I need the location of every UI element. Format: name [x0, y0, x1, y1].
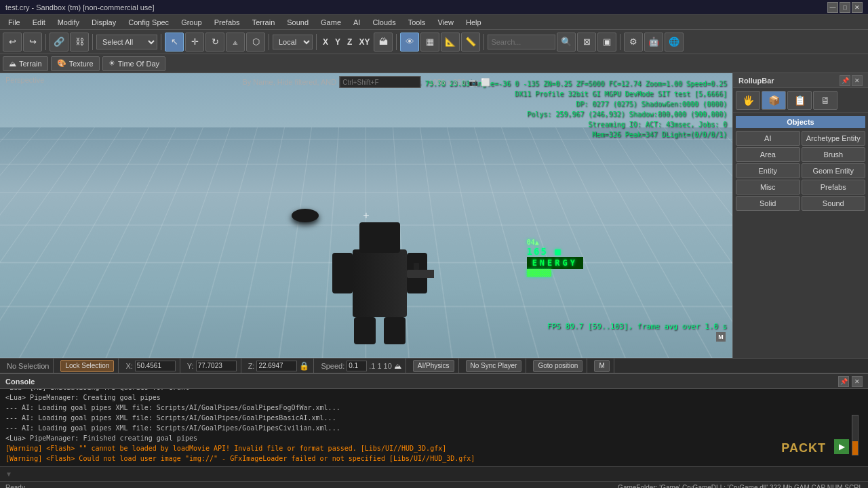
maximize-button[interactable]: □ [840, 2, 850, 13]
scene-object [292, 209, 319, 222]
x-coord-section: X: [121, 359, 180, 373]
rollupbar-title: RollupBar [738, 77, 837, 85]
speed-input[interactable] [347, 361, 367, 371]
terrain-follow-btn[interactable]: 🏔 [374, 33, 393, 52]
sun-icon: ☀ [108, 59, 115, 68]
rollupbar-header: RollupBar 📌 ✕ [733, 73, 868, 88]
obj-btn-area[interactable]: Area [736, 147, 800, 162]
scale-tool[interactable]: ⟁ [226, 33, 245, 52]
texture-icon: 🎨 [57, 59, 66, 68]
menu-item-modify[interactable]: Modify [52, 17, 85, 28]
expand-btn[interactable]: ⬜ [481, 78, 490, 87]
rb-tab-hand[interactable]: 🖐 [736, 91, 760, 110]
select-all-dropdown[interactable]: Select All [96, 35, 157, 49]
console-close-btn[interactable]: ✕ [852, 376, 863, 387]
viewport-label: Perspective [5, 76, 44, 84]
fps-display: FPS 89.7 [59..103], frame avg over 1.0 s [547, 322, 727, 331]
rb-tab-layers[interactable]: 📋 [787, 91, 812, 110]
redo-button[interactable]: ↪ [23, 33, 42, 52]
svg-rect-7 [414, 263, 419, 270]
menu-item-config-spec[interactable]: Config Spec [123, 17, 174, 28]
menu-item-view[interactable]: View [432, 17, 459, 28]
move-tool[interactable]: ✛ [185, 33, 204, 52]
console-pin-btn[interactable]: 📌 [838, 376, 849, 387]
menu-item-help[interactable]: Help [460, 17, 487, 28]
obj-btn-ai[interactable]: AI [736, 131, 800, 146]
speed-mid-btn[interactable]: 1 [377, 362, 381, 370]
menu-item-sound[interactable]: Sound [281, 17, 314, 28]
rollupbar-pin-btn[interactable]: 📌 [840, 75, 850, 86]
angle-btn[interactable]: 📐 [441, 33, 460, 52]
x-axis-label: X [320, 37, 331, 47]
search-button[interactable]: 🔍 [557, 33, 576, 52]
obj-btn-sound[interactable]: Sound [802, 196, 866, 211]
time-of-day-button[interactable]: ☀ Time Of Day [102, 56, 165, 71]
y-input[interactable] [196, 361, 237, 371]
titlebar: test.cry - Sandbox (tm) [non-commercial … [0, 0, 868, 15]
lock-section: Lock Selection [56, 359, 119, 373]
grid-btn[interactable]: ▦ [420, 33, 439, 52]
speed-inc-btn[interactable]: 10 [384, 362, 392, 370]
terrain-button[interactable]: ⛰ Terrain [3, 56, 48, 71]
menu-item-game[interactable]: Game [315, 17, 347, 28]
menu-item-terrain[interactable]: Terrain [247, 17, 281, 28]
filter-input[interactable] [339, 76, 420, 88]
layer-btn[interactable]: ▣ [597, 33, 616, 52]
rb-tab-objects[interactable]: 📦 [762, 91, 786, 110]
terrain-icon: ⛰ [9, 60, 16, 68]
ai-btn[interactable]: 🤖 [644, 33, 663, 52]
ai-physics-button[interactable]: AI/Physics [413, 360, 454, 372]
menu-item-file[interactable]: File [3, 17, 26, 28]
m-section: M [590, 359, 614, 373]
menu-item-group[interactable]: Group [176, 17, 208, 28]
menu-item-ai[interactable]: AI [348, 17, 366, 28]
sync-player-button[interactable]: No Sync Player [466, 360, 522, 372]
y-label: Y: [187, 362, 194, 370]
console-content[interactable]: <Lua> [AI] Initialising TPS queries for … [0, 389, 868, 466]
ruler-btn[interactable]: 📏 [461, 33, 480, 52]
viewport[interactable]: Perspective By Name, Hide filtered, AND … [0, 73, 732, 358]
unlink-button[interactable]: ⛓ [70, 33, 89, 52]
close-button[interactable]: ✕ [852, 2, 863, 13]
obj-btn-geom-entity[interactable]: Geom Entity [802, 163, 866, 178]
speed-dec-btn[interactable]: .1 [369, 362, 375, 370]
speed-label: Speed: [321, 362, 344, 370]
menu-item-display[interactable]: Display [86, 17, 121, 28]
minimize-button[interactable]: — [827, 2, 838, 13]
lock-selection-button[interactable]: Lock Selection [60, 360, 114, 372]
coord-system-dropdown[interactable]: Local World [273, 35, 313, 49]
menu-item-edit[interactable]: Edit [27, 17, 51, 28]
z-input[interactable] [256, 361, 297, 371]
obj-btn-archetype-entity[interactable]: Archetype Entity [802, 131, 866, 146]
obj-btn-prefabs[interactable]: Prefabs [802, 180, 866, 195]
obj-btn-solid[interactable]: Solid [736, 196, 800, 211]
filter-btn[interactable]: ⊠ [577, 33, 596, 52]
rollupbar-close-btn[interactable]: ✕ [852, 75, 863, 86]
link-button[interactable]: 🔗 [50, 33, 68, 52]
x-input[interactable] [135, 361, 176, 371]
goto-section: Goto position [529, 359, 587, 373]
obj-btn-misc[interactable]: Misc [736, 180, 800, 195]
menu-item-prefabs[interactable]: Prefabs [209, 17, 245, 28]
texture-button[interactable]: 🎨 Texture [51, 56, 100, 71]
z-coord-section: Z: 🔒 [244, 359, 315, 373]
menu-item-tools[interactable]: Tools [403, 17, 431, 28]
select-tool[interactable]: ↖ [165, 33, 184, 52]
physics-btn[interactable]: ⚙ [624, 33, 643, 52]
m-button[interactable]: M [594, 360, 609, 372]
goto-button[interactable]: Goto position [533, 360, 583, 372]
undo-button[interactable]: ↩ [3, 33, 22, 52]
rb-tab-display[interactable]: 🖥 [813, 91, 837, 110]
obj-btn-entity[interactable]: Entity [736, 163, 800, 178]
camera-btn[interactable]: 👁 [400, 33, 419, 52]
objects-title: Objects [736, 116, 865, 128]
x-label: X: [125, 362, 132, 370]
screenshot-btn[interactable]: 📷 [469, 78, 478, 87]
play-button[interactable]: ▶ [834, 439, 849, 454]
render-btn[interactable]: 🌐 [665, 33, 684, 52]
menu-item-clouds[interactable]: Clouds [367, 17, 401, 28]
search-input[interactable] [488, 35, 555, 49]
transform-tool[interactable]: ⬡ [246, 33, 265, 52]
rotate-tool[interactable]: ↻ [205, 33, 224, 52]
obj-btn-brush[interactable]: Brush [802, 147, 866, 162]
